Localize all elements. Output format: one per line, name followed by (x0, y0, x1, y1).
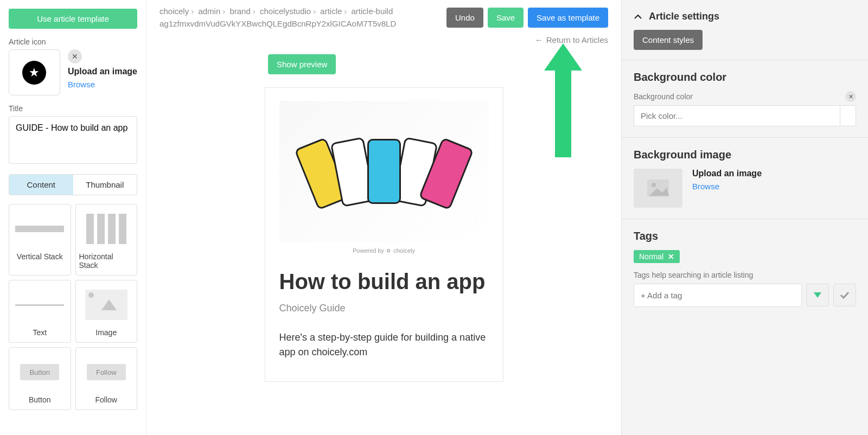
save-button[interactable]: Save (488, 8, 524, 28)
editor-canvas: choicely› admin› brand› choicelystudio› … (146, 0, 621, 435)
block-label: Button (29, 395, 50, 404)
article-body: Here's a step-by-step guide for building… (279, 330, 489, 360)
bgcolor-label: Background color (634, 92, 693, 101)
add-tag-input[interactable] (634, 284, 802, 307)
image-icon (82, 285, 131, 325)
chevron-up-icon (634, 12, 642, 21)
breadcrumb[interactable]: choicely› admin› brand› choicelystudio› … (159, 5, 440, 30)
block-text[interactable]: Text (9, 280, 71, 343)
block-label: Horizontal Stack (79, 252, 134, 270)
horizontal-stack-icon (82, 209, 131, 249)
content-styles-button[interactable]: Content styles (634, 30, 703, 50)
tab-thumbnail[interactable]: Thumbnail (73, 175, 137, 195)
star-icon: ★ (22, 61, 46, 85)
close-icon: ✕ (72, 52, 78, 61)
bgimage-thumbnail[interactable] (634, 169, 682, 208)
button-icon: Button (15, 352, 64, 392)
clear-bgcolor-button[interactable]: ✕ (845, 91, 856, 102)
svg-point-2 (652, 183, 656, 187)
title-label: Title (9, 104, 137, 113)
powered-by-label: Powered by ⭘ choicely (279, 247, 489, 254)
left-sidebar: Use article template Article icon ★ ✕ Up… (0, 0, 146, 435)
show-preview-button[interactable]: Show preview (268, 54, 336, 74)
svg-marker-0 (544, 43, 582, 157)
title-input[interactable] (9, 116, 137, 164)
article-subtitle: Choicely Guide (279, 303, 489, 314)
follow-icon: Follow (82, 352, 131, 392)
block-label: Follow (95, 395, 117, 404)
svg-marker-4 (814, 292, 821, 298)
check-icon (840, 291, 850, 299)
block-image[interactable]: Image (75, 280, 138, 343)
caret-down-icon (814, 292, 821, 298)
bgimage-panel-title: Background image (634, 149, 856, 161)
bgimage-browse-link[interactable]: Browse (692, 182, 762, 191)
browse-link[interactable]: Browse (68, 80, 137, 89)
article-icon-preview[interactable]: ★ (9, 49, 60, 95)
block-label: Text (33, 328, 47, 337)
tab-content[interactable]: Content (9, 175, 73, 195)
tags-panel-title: Tags (634, 230, 856, 242)
article-settings-header[interactable]: Article settings (622, 0, 868, 30)
tag-dropdown-button[interactable] (806, 284, 829, 306)
arrow-left-icon: ← (535, 35, 543, 44)
right-sidebar: Article settings Content styles Backgrou… (621, 0, 868, 435)
return-to-articles-link[interactable]: ←Return to Articles (159, 35, 608, 44)
block-label: Vertical Stack (17, 252, 63, 261)
content-tabs: Content Thumbnail (9, 174, 137, 195)
remove-icon-button[interactable]: ✕ (68, 49, 82, 63)
bgcolor-panel-title: Background color (634, 71, 856, 84)
bgimage-upload-label: Upload an image (692, 169, 762, 178)
text-icon (15, 285, 64, 325)
color-swatch[interactable] (840, 105, 856, 126)
image-placeholder-icon (647, 180, 669, 197)
tag-chip-normal: Normal ✕ (634, 250, 680, 263)
article-preview-card: Powered by ⭘ choicely How to build an ap… (265, 87, 503, 382)
block-vertical-stack[interactable]: Vertical Stack (9, 204, 71, 276)
annotation-arrow-icon (544, 43, 582, 163)
vertical-stack-icon (15, 209, 64, 249)
tags-help-text: Tags help searching in article listing (634, 271, 856, 279)
article-title: How to build an app (279, 269, 489, 294)
block-follow[interactable]: Follow Follow (75, 347, 138, 410)
hero-image (279, 101, 489, 242)
remove-tag-button[interactable]: ✕ (668, 252, 674, 261)
save-as-template-button[interactable]: Save as template (528, 8, 608, 28)
block-horizontal-stack[interactable]: Horizontal Stack (75, 204, 138, 276)
article-icon-label: Article icon (9, 37, 137, 46)
tag-confirm-button[interactable] (833, 284, 856, 306)
bgcolor-input[interactable] (634, 105, 840, 126)
upload-image-label: Upload an image (68, 67, 137, 76)
use-template-button[interactable]: Use article template (9, 9, 137, 29)
undo-button[interactable]: Undo (446, 8, 483, 28)
block-label: Image (95, 328, 117, 337)
block-button[interactable]: Button Button (9, 347, 71, 410)
